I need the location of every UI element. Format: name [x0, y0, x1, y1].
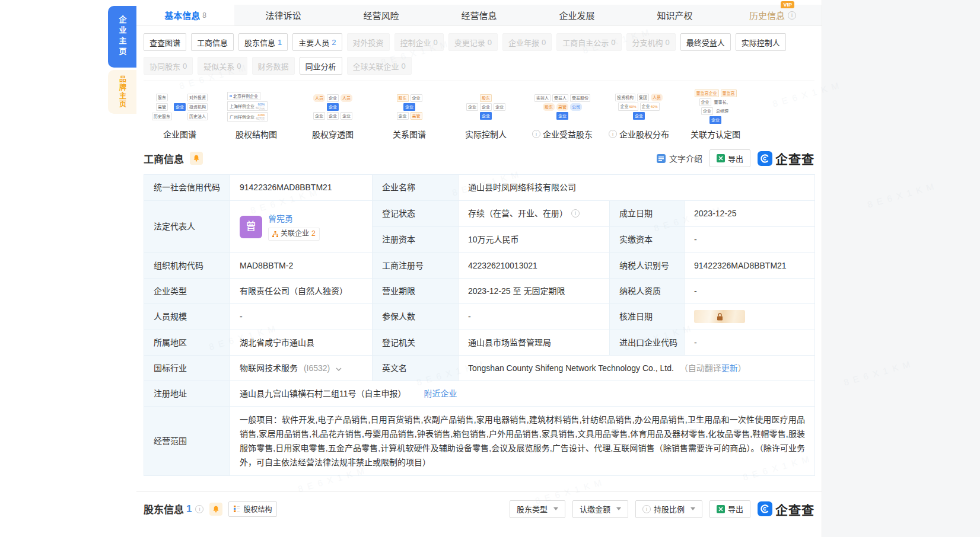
- caret-down-icon: [553, 507, 558, 510]
- field-label-address: 注册地址: [144, 381, 230, 406]
- subnav-financial-data: 财务数据: [252, 57, 295, 75]
- thumb-label: 企业受益股东: [543, 128, 593, 140]
- mini-chip: 股东: [397, 94, 409, 102]
- thumb-company-graph[interactable]: 股东 高管 历史股东 企业 对外投资 投资机构 历史法人 企业图谱: [145, 90, 215, 140]
- mini-chip: 股东: [543, 103, 555, 111]
- sidebar-tab-brand-home[interactable]: 品牌主页: [108, 70, 136, 114]
- tab-operation-info[interactable]: 经营信息: [430, 5, 528, 25]
- mini-chip: 企业: [480, 103, 492, 111]
- thumb-equity-distribution[interactable]: 投资机构 集团 人员 企业60% 企业40% 企业 i企业股权分布: [604, 90, 674, 140]
- thumb-equity-structure[interactable]: 北京样例企业 上海样例企业60%60万元 广州样例企业40%40万元 股权结构图: [221, 90, 291, 140]
- divider: [136, 491, 822, 492]
- mini-chip: 企业: [633, 112, 645, 120]
- tab-intellectual-property[interactable]: 知识产权: [626, 5, 724, 25]
- thumb-beneficiary-shareholders[interactable]: 实控人 受益人 受益股份 股东 高管 公司 企业 i企业受益股东: [527, 90, 597, 140]
- info-icon[interactable]: i: [195, 505, 203, 513]
- tab-history-info[interactable]: 历史信息 VIP i: [724, 5, 822, 25]
- thumb-label: 实际控制人: [465, 128, 507, 140]
- tab-label: 经营风险: [363, 9, 399, 21]
- subnav-label: 工商自主公示: [562, 37, 609, 48]
- equity-structure-button[interactable]: 股权结构: [228, 501, 277, 517]
- mini-chip: 对外投资: [187, 94, 208, 101]
- bell-icon[interactable]: [209, 503, 222, 516]
- thumb-related-party-graph[interactable]: 董监高企业 董监高 企业 董事长、 企业 总经理 企业 关联方认定图: [680, 90, 750, 140]
- qcc-logo[interactable]: 企查查: [758, 149, 814, 167]
- tab-legal-litigation[interactable]: 法律诉讼: [234, 5, 332, 25]
- subnav-count: 0: [183, 62, 187, 71]
- mini-chip: 历史法人: [187, 113, 208, 120]
- tab-basic-info[interactable]: 基本信息 8: [136, 5, 234, 25]
- update-translation-link[interactable]: 更新: [721, 363, 738, 373]
- mini-chip: 董监高企业: [695, 90, 719, 97]
- mini-chip: 历史股东: [152, 113, 172, 120]
- bell-icon[interactable]: [190, 152, 203, 165]
- field-label-reg-authority: 登记机关: [373, 330, 459, 355]
- chevron-down-icon[interactable]: [336, 367, 342, 371]
- subnav-key-personnel[interactable]: 主要人员2: [292, 33, 342, 51]
- english-name-text: Tongshan County Shifeng Network Technolo…: [468, 363, 674, 373]
- subnav-business-info[interactable]: 工商信息: [191, 33, 234, 51]
- subnav-outbound-investment: 对外投资: [347, 33, 390, 51]
- field-value-credit-code: 91422326MAD8BBTM21: [230, 175, 373, 201]
- field-value-biz-scope: 一般项目：软件开发,电子产品销售,日用百货销售,农副产品销售,家用电器销售,建筑…: [230, 406, 815, 475]
- filter-label: 持股比例: [654, 503, 685, 514]
- legal-rep-name-link[interactable]: 曾宪勇: [268, 213, 320, 225]
- filter-shareholder-type[interactable]: 股东类型: [510, 500, 565, 518]
- thumb-label: 关联方认定图: [691, 128, 740, 140]
- subnav-chacha-graph[interactable]: 查查图谱: [144, 33, 186, 51]
- filter-subscribed-amount[interactable]: 认缴金额: [572, 500, 628, 518]
- subnav-actual-controller[interactable]: 实际控制人: [736, 33, 786, 51]
- subnav-co-shareholders: 协同股东0: [144, 57, 193, 75]
- tab-label: 企业发展: [559, 9, 594, 21]
- text-intro-button[interactable]: 文字介绍: [657, 152, 702, 164]
- field-label-biz-term: 营业期限: [373, 279, 459, 304]
- field-value-insured-num: -: [459, 304, 610, 330]
- subnav-label: 企业年报: [508, 37, 539, 48]
- field-value-approval-date: [685, 304, 815, 330]
- mini-pct: 40%: [651, 105, 658, 108]
- subnav-peer-analysis[interactable]: 同业分析: [300, 57, 342, 75]
- subnav-change-records: 变更记录0: [448, 33, 498, 51]
- subnav-label: 分支机构: [632, 37, 663, 48]
- field-label-credit-code: 统一社会信用代码: [144, 175, 230, 201]
- tab-operation-risk[interactable]: 经营风险: [332, 5, 430, 25]
- field-label-org-code: 组织机构代码: [144, 253, 230, 279]
- thumb-relationship-graph[interactable]: 股东 企业 企业 企业 高管 关系图谱: [374, 90, 444, 140]
- subnav-label: 全球关联企业: [353, 60, 399, 72]
- field-value-company-name: 通山县时凤网络科技有限公司: [459, 175, 815, 201]
- subnav-ultimate-beneficiary[interactable]: 最终受益人: [680, 33, 731, 51]
- export-button[interactable]: 导出: [709, 149, 750, 167]
- related-companies-chip[interactable]: 关联企业 2: [268, 228, 320, 240]
- field-value-taxpayer-qual: -: [685, 279, 815, 304]
- field-label-est-date: 成立日期: [610, 201, 685, 227]
- tab-company-development[interactable]: 企业发展: [528, 5, 626, 25]
- info-icon[interactable]: i: [532, 130, 540, 138]
- subnav-label: 最终受益人: [686, 37, 725, 48]
- info-icon[interactable]: i: [609, 130, 617, 138]
- nearby-companies-link[interactable]: 附近企业: [424, 389, 457, 398]
- info-icon[interactable]: i: [571, 209, 580, 218]
- info-icon[interactable]: i: [788, 11, 796, 20]
- subnav-shareholder-info[interactable]: 股东信息1: [238, 33, 288, 51]
- export-button[interactable]: 导出: [709, 500, 750, 518]
- mini-chip: 高管: [556, 103, 568, 111]
- filter-shareholding-ratio[interactable]: i 持股比例: [635, 500, 702, 518]
- subnav-label: 财务数据: [258, 60, 289, 72]
- mini-chip: 企业: [642, 104, 650, 108]
- legal-rep-avatar[interactable]: 曾: [240, 216, 262, 238]
- mini-chip: 总经理: [715, 108, 730, 114]
- caret-down-icon: [691, 507, 695, 510]
- thumb-equity-penetration[interactable]: 人员 企业 人员 企业 企业 企业 企业 股权穿透图: [298, 90, 368, 140]
- vip-locked-value[interactable]: [694, 310, 745, 323]
- page: 8E6X1KM 8E6X1KM 8E6X1KM 8E6X1KM 8E6X1KM …: [0, 0, 980, 537]
- thumb-actual-controller[interactable]: 股东 企业 企业 企业 企业 实际控制人: [451, 90, 521, 140]
- field-value-industry: 物联网技术服务 (I6532): [230, 355, 373, 381]
- tab-count: 8: [202, 11, 206, 20]
- thumb-label: 股权穿透图: [312, 128, 354, 140]
- filter-label: 股东类型: [517, 503, 548, 514]
- address-text: 通山县九宫山镇横石村二组11号（自主申报）: [240, 389, 406, 398]
- field-value-est-date: 2023-12-25: [685, 201, 815, 227]
- qcc-logo[interactable]: 企查查: [758, 500, 814, 518]
- subnav-label: 协同股东: [149, 60, 180, 72]
- sidebar-tab-company-home[interactable]: 企业主页: [108, 6, 136, 68]
